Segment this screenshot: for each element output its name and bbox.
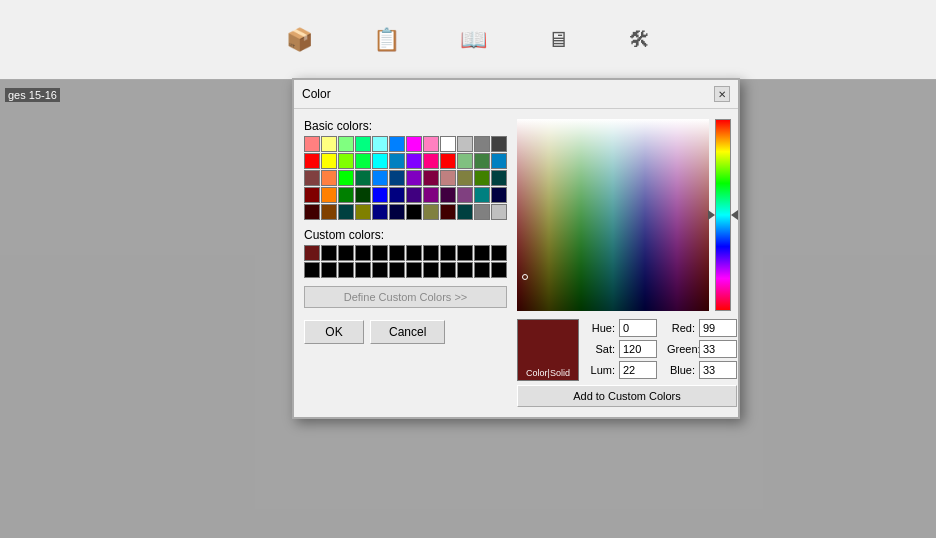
cancel-button[interactable]: Cancel: [370, 320, 445, 344]
custom-color-cell[interactable]: [304, 245, 320, 261]
basic-color-cell[interactable]: [304, 204, 320, 220]
custom-color-cell[interactable]: [440, 262, 456, 278]
basic-color-cell[interactable]: [406, 204, 422, 220]
basic-color-cell[interactable]: [440, 187, 456, 203]
basic-color-cell[interactable]: [474, 136, 490, 152]
basic-color-cell[interactable]: [338, 136, 354, 152]
basic-color-cell[interactable]: [474, 204, 490, 220]
basic-color-cell[interactable]: [355, 187, 371, 203]
basic-color-cell[interactable]: [372, 170, 388, 186]
basic-color-cell[interactable]: [491, 136, 507, 152]
basic-color-cell[interactable]: [406, 187, 422, 203]
basic-color-cell[interactable]: [440, 170, 456, 186]
basic-color-cell[interactable]: [406, 153, 422, 169]
basic-color-cell[interactable]: [321, 153, 337, 169]
basic-color-cell[interactable]: [355, 153, 371, 169]
basic-color-cell[interactable]: [372, 204, 388, 220]
blue-input[interactable]: [699, 361, 737, 379]
basic-color-cell[interactable]: [389, 153, 405, 169]
basic-color-cell[interactable]: [389, 204, 405, 220]
toolbar-icon-4[interactable]: 🖥: [547, 27, 569, 53]
basic-color-cell[interactable]: [457, 136, 473, 152]
basic-color-cell[interactable]: [372, 153, 388, 169]
basic-color-cell[interactable]: [372, 136, 388, 152]
custom-color-cell[interactable]: [304, 262, 320, 278]
basic-color-cell[interactable]: [304, 187, 320, 203]
basic-color-cell[interactable]: [457, 170, 473, 186]
basic-color-cell[interactable]: [338, 153, 354, 169]
color-spectrum[interactable]: [517, 119, 709, 311]
custom-color-cell[interactable]: [423, 262, 439, 278]
custom-color-cell[interactable]: [338, 262, 354, 278]
basic-color-cell[interactable]: [321, 187, 337, 203]
custom-color-cell[interactable]: [474, 262, 490, 278]
green-input[interactable]: [699, 340, 737, 358]
basic-color-cell[interactable]: [304, 136, 320, 152]
sat-input[interactable]: [619, 340, 657, 358]
basic-color-cell[interactable]: [355, 170, 371, 186]
basic-color-cell[interactable]: [355, 136, 371, 152]
custom-color-cell[interactable]: [491, 262, 507, 278]
basic-color-cell[interactable]: [389, 187, 405, 203]
basic-color-cell[interactable]: [338, 170, 354, 186]
basic-color-cell[interactable]: [338, 204, 354, 220]
basic-color-cell[interactable]: [338, 187, 354, 203]
basic-color-cell[interactable]: [389, 170, 405, 186]
basic-color-cell[interactable]: [406, 170, 422, 186]
basic-color-cell[interactable]: [440, 153, 456, 169]
basic-color-cell[interactable]: [440, 204, 456, 220]
custom-color-cell[interactable]: [491, 245, 507, 261]
basic-color-cell[interactable]: [474, 187, 490, 203]
basic-color-cell[interactable]: [457, 204, 473, 220]
custom-color-cell[interactable]: [474, 245, 490, 261]
add-to-custom-colors-button[interactable]: Add to Custom Colors: [517, 385, 737, 407]
custom-color-cell[interactable]: [355, 262, 371, 278]
basic-color-cell[interactable]: [423, 187, 439, 203]
basic-color-cell[interactable]: [321, 170, 337, 186]
custom-color-cell[interactable]: [406, 262, 422, 278]
hue-input[interactable]: [619, 319, 657, 337]
custom-color-cell[interactable]: [321, 245, 337, 261]
basic-color-cell[interactable]: [372, 187, 388, 203]
basic-color-cell[interactable]: [457, 153, 473, 169]
basic-color-cell[interactable]: [389, 136, 405, 152]
custom-color-cell[interactable]: [457, 245, 473, 261]
custom-color-cell[interactable]: [338, 245, 354, 261]
toolbar-icon-2[interactable]: 📋: [373, 27, 400, 53]
ok-button[interactable]: OK: [304, 320, 364, 344]
basic-color-cell[interactable]: [321, 204, 337, 220]
basic-color-cell[interactable]: [304, 170, 320, 186]
basic-color-cell[interactable]: [474, 153, 490, 169]
define-custom-colors-button[interactable]: Define Custom Colors >>: [304, 286, 507, 308]
basic-color-cell[interactable]: [491, 187, 507, 203]
basic-color-cell[interactable]: [491, 153, 507, 169]
custom-color-cell[interactable]: [355, 245, 371, 261]
custom-color-cell[interactable]: [389, 262, 405, 278]
custom-color-cell[interactable]: [372, 245, 388, 261]
toolbar-icon-1[interactable]: 📦: [286, 27, 313, 53]
custom-color-cell[interactable]: [457, 262, 473, 278]
custom-color-cell[interactable]: [321, 262, 337, 278]
basic-color-cell[interactable]: [406, 136, 422, 152]
basic-color-cell[interactable]: [423, 136, 439, 152]
basic-color-cell[interactable]: [423, 153, 439, 169]
basic-color-cell[interactable]: [355, 204, 371, 220]
toolbar-icon-3[interactable]: 📖: [460, 27, 487, 53]
hue-slider[interactable]: [715, 119, 731, 311]
toolbar-icon-5[interactable]: 🛠: [629, 27, 651, 53]
custom-color-cell[interactable]: [440, 245, 456, 261]
custom-color-cell[interactable]: [372, 262, 388, 278]
close-button[interactable]: ✕: [714, 86, 730, 102]
basic-color-cell[interactable]: [423, 170, 439, 186]
custom-color-cell[interactable]: [423, 245, 439, 261]
basic-color-cell[interactable]: [321, 136, 337, 152]
red-input[interactable]: [699, 319, 737, 337]
basic-color-cell[interactable]: [491, 204, 507, 220]
lum-input[interactable]: [619, 361, 657, 379]
basic-color-cell[interactable]: [423, 204, 439, 220]
custom-color-cell[interactable]: [389, 245, 405, 261]
custom-color-cell[interactable]: [406, 245, 422, 261]
basic-color-cell[interactable]: [440, 136, 456, 152]
basic-color-cell[interactable]: [457, 187, 473, 203]
basic-color-cell[interactable]: [474, 170, 490, 186]
